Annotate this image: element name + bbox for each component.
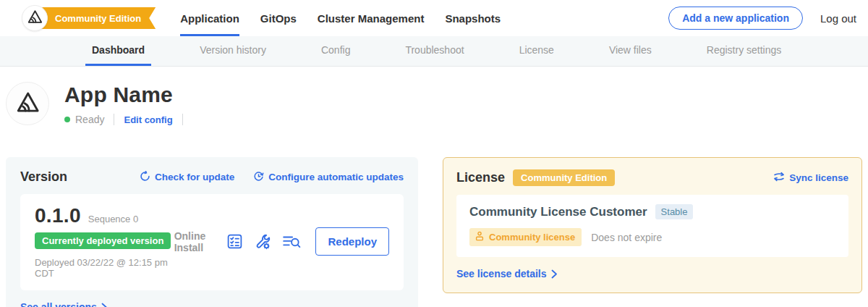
edit-config-link[interactable]: Edit config — [124, 114, 172, 125]
version-card: Version Check for update — [6, 157, 418, 307]
config-wrench-icon[interactable] — [254, 233, 271, 251]
top-header: Community Edition Application GitOps Clu… — [0, 0, 868, 36]
version-number: 0.1.0 — [35, 204, 81, 227]
person-icon — [475, 231, 485, 243]
subtab-version-history[interactable]: Version history — [193, 36, 273, 66]
brand-logo: Community Edition — [22, 5, 156, 31]
subtab-registry-settings[interactable]: Registry settings — [700, 36, 788, 66]
view-logs-icon[interactable] — [282, 234, 301, 250]
check-for-update-link[interactable]: Check for update — [140, 171, 234, 184]
tab-snapshots[interactable]: Snapshots — [445, 0, 501, 36]
community-edition-ribbon-label: Community Edition — [55, 13, 141, 24]
logout-button[interactable]: Log out — [820, 12, 856, 25]
version-card-title: Version — [20, 169, 67, 185]
subtab-config[interactable]: Config — [315, 36, 357, 66]
chevron-right-icon — [101, 303, 108, 307]
chevron-right-icon — [551, 269, 558, 279]
install-type-label: Online Install — [174, 230, 214, 253]
dashboard-cards: Version Check for update — [6, 157, 862, 307]
license-card-title: License — [456, 170, 505, 185]
subtab-license[interactable]: License — [513, 36, 561, 66]
status-dot — [64, 117, 70, 122]
see-all-versions-label: See all versions — [20, 301, 97, 307]
check-for-update-label: Check for update — [155, 172, 234, 182]
license-card: License Community Edition Sync licen — [443, 157, 862, 293]
page-title: App Name — [64, 83, 192, 107]
sync-arrows-icon — [773, 172, 785, 184]
license-type-badge: Community license — [469, 228, 582, 246]
tab-gitops[interactable]: GitOps — [260, 0, 297, 36]
primary-nav: Application GitOps Cluster Management Sn… — [180, 0, 501, 36]
app-subnav: Dashboard Version history Config Trouble… — [0, 36, 868, 67]
divider — [114, 114, 114, 125]
configure-automatic-updates-link[interactable]: Configure automatic updates — [253, 171, 404, 184]
community-edition-badge: Community Edition — [513, 169, 615, 186]
tab-cluster-management[interactable]: Cluster Management — [318, 0, 425, 36]
app-avatar — [6, 82, 49, 125]
license-expiration: Does not expire — [591, 232, 662, 243]
see-all-versions-link[interactable]: See all versions — [20, 301, 108, 307]
add-new-application-button[interactable]: Add a new application — [668, 7, 803, 30]
sync-license-link[interactable]: Sync license — [773, 172, 848, 184]
refresh-icon — [140, 171, 150, 184]
license-type-label: Community license — [489, 232, 575, 243]
status-badge: Ready — [75, 114, 104, 125]
auto-update-icon — [253, 171, 264, 184]
app-header: App Name Ready Edit config — [6, 82, 862, 125]
channel-badge: Stable — [655, 204, 694, 219]
see-license-details-link[interactable]: See license details — [456, 268, 558, 279]
divider — [182, 114, 183, 125]
redeploy-button[interactable]: Redeploy — [315, 227, 389, 256]
replicated-logo-icon — [15, 90, 40, 117]
community-edition-ribbon: Community Edition — [38, 7, 156, 29]
see-license-details-label: See license details — [456, 268, 547, 279]
sync-license-label: Sync license — [789, 172, 848, 183]
sequence-label: Sequence 0 — [88, 214, 138, 224]
license-details-panel: Community License Customer Stable Commun… — [456, 195, 848, 257]
subtab-dashboard[interactable]: Dashboard — [85, 36, 151, 66]
replicated-logo-icon — [27, 9, 43, 28]
deployed-timestamp: Deployed 03/22/22 @ 12:15 pm CDT — [35, 257, 174, 279]
configure-automatic-updates-label: Configure automatic updates — [268, 172, 404, 182]
current-version-panel: 0.1.0 Sequence 0 Currently deployed vers… — [20, 194, 404, 290]
subtab-troubleshoot[interactable]: Troubleshoot — [399, 36, 470, 66]
tab-application[interactable]: Application — [180, 0, 239, 36]
replicated-logo-circle — [22, 5, 48, 31]
main-content: App Name Ready Edit config Version — [0, 82, 868, 307]
customer-name: Community License Customer — [469, 205, 647, 219]
currently-deployed-badge: Currently deployed version — [35, 232, 171, 249]
preflight-checklist-icon[interactable] — [226, 233, 243, 250]
subtab-view-files[interactable]: View files — [603, 36, 658, 66]
